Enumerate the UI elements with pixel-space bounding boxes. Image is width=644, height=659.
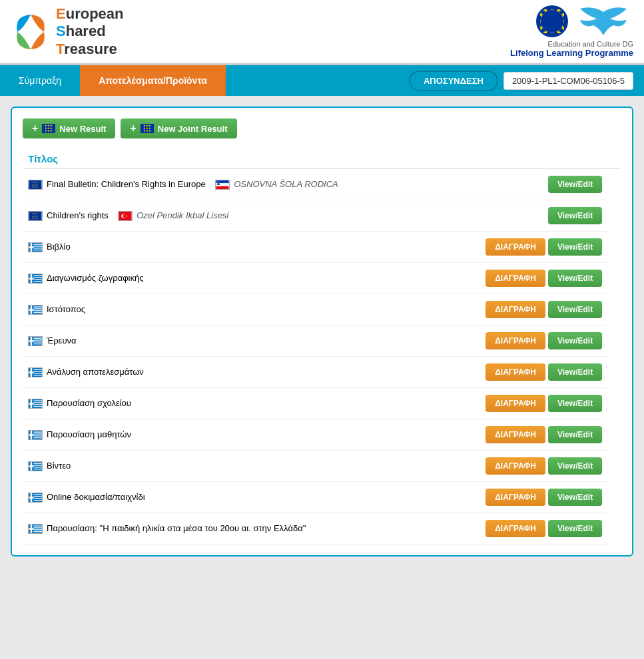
- header-right: Education and Culture DG Lifelong Learni…: [510, 5, 633, 58]
- result-action-cell: ΔΙΑΓΡΑΦΗView/Edit: [442, 388, 607, 419]
- svg-text:★★★: ★★★: [143, 129, 151, 132]
- delete-button[interactable]: ΔΙΑΓΡΑΦΗ: [485, 238, 545, 256]
- result-action-cell: ΔΙΑΓΡΑΦΗView/Edit: [442, 513, 607, 545]
- delete-button[interactable]: ΔΙΑΓΡΑΦΗ: [485, 520, 545, 537]
- greek-flag-icon: [28, 305, 43, 315]
- result-title: Online δοκιμασία/παιχνίδι: [47, 492, 145, 502]
- result-title: Βιβλίο: [47, 242, 71, 252]
- table-row: ΙστότοποςΔΙΑΓΡΑΦΗView/Edit: [23, 294, 621, 326]
- greek-flag-icon: [28, 274, 43, 284]
- result-title: Βίντεο: [47, 461, 71, 471]
- view-edit-button[interactable]: View/Edit: [548, 426, 602, 443]
- result-action-cell: ΔΙΑΓΡΑΦΗView/Edit: [442, 232, 607, 263]
- logo-text: European Shared Treasure: [56, 5, 123, 58]
- table-row: Ανάλυση αποτελεσμάτωνΔΙΑΓΡΑΦΗView/Edit: [23, 357, 621, 388]
- new-joint-result-button[interactable]: + ★★★ ★★★ ★★★ New Joint Result: [121, 118, 236, 138]
- greek-flag-icon: [28, 242, 43, 252]
- view-edit-button[interactable]: View/Edit: [548, 176, 602, 193]
- nav-item-[interactable]: Αποτελέσματα/Προϊόντα: [80, 65, 226, 96]
- result-action-cell: View/Edit: [442, 169, 607, 200]
- svg-text:★★★: ★★★: [33, 217, 39, 220]
- svg-rect-167: [31, 525, 33, 533]
- result-action-cell: ΔΙΑΓΡΑΦΗView/Edit: [442, 294, 607, 326]
- view-edit-button[interactable]: View/Edit: [548, 520, 602, 537]
- result-title: Παρουσίαση μαθητών: [47, 429, 131, 439]
- logo-leaf-icon: [11, 9, 51, 55]
- lifelong-text: Lifelong Learning Programme: [510, 48, 633, 58]
- result-title: Final Bulletin: Children's Rights in Eur…: [47, 179, 206, 189]
- view-edit-button[interactable]: View/Edit: [548, 238, 602, 256]
- svg-rect-63: [31, 274, 33, 283]
- table-row: Παρουσίαση: "Η παιδική ηλικία στα μέσα τ…: [23, 513, 621, 545]
- table-row: ΒιβλίοΔΙΑΓΡΑΦΗView/Edit: [23, 232, 621, 263]
- delete-button[interactable]: ΔΙΑΓΡΑΦΗ: [485, 301, 545, 318]
- table-row: Παρουσίαση μαθητώνΔΙΑΓΡΑΦΗView/Edit: [23, 419, 621, 451]
- result-title-cell: Παρουσίαση: "Η παιδική ηλικία στα μέσα τ…: [23, 513, 442, 545]
- view-edit-button[interactable]: View/Edit: [548, 363, 602, 381]
- table-row: Διαγωνισμός ζωγραφικήςΔΙΑΓΡΑΦΗView/Edit: [23, 263, 621, 294]
- result-title: Παρουσίαση: "Η παιδική ηλικία στα μέσα τ…: [47, 523, 306, 533]
- svg-rect-89: [31, 337, 33, 345]
- table-row: ★★★ ★★★ ★★★ Final Bulletin: Children's R…: [23, 169, 621, 200]
- result-title-cell: Παρουσίαση σχολείου: [23, 388, 442, 419]
- greek-flag-icon: [28, 367, 43, 377]
- table-row: ΈρευναΔΙΑΓΡΑΦΗView/Edit: [23, 326, 621, 357]
- view-edit-button[interactable]: View/Edit: [548, 332, 602, 349]
- logout-button[interactable]: ΑΠΟΣΥΝΔΕΣΗ: [409, 71, 498, 91]
- table-header-title: Τίτλος: [23, 149, 607, 169]
- view-edit-button[interactable]: View/Edit: [548, 395, 602, 412]
- app-header: European Shared Treasure: [0, 0, 644, 65]
- result-title-cell: ★★★ ★★★ ★★★ Children's rights Ozel Pendi…: [23, 200, 442, 232]
- table-row: ΒίντεοΔΙΑΓΡΑΦΗView/Edit: [23, 451, 621, 482]
- edu-culture-text: Education and Culture DG: [510, 40, 633, 48]
- nav-items: ΣύμπραξηΑποτελέσματα/Προϊόντα: [0, 65, 226, 96]
- navbar: ΣύμπραξηΑποτελέσματα/Προϊόντα ΑΠΟΣΥΝΔΕΣΗ…: [0, 65, 644, 96]
- view-edit-button[interactable]: View/Edit: [548, 301, 602, 318]
- joint-org: Ozel Pendik Ikbal Lisesi: [137, 210, 228, 220]
- result-title-cell: Διαγωνισμός ζωγραφικής: [23, 263, 442, 294]
- new-result-button[interactable]: + ★★★ ★★★ ★★★ New Result: [23, 118, 115, 138]
- toolbar: + ★★★ ★★★ ★★★ New Result + ★★★: [23, 118, 621, 138]
- view-edit-button[interactable]: View/Edit: [548, 270, 602, 287]
- delete-button[interactable]: ΔΙΑΓΡΑΦΗ: [485, 457, 545, 475]
- greek-flag-icon: [28, 493, 43, 503]
- svg-rect-115: [31, 399, 33, 408]
- result-action-cell: ΔΙΑΓΡΑΦΗView/Edit: [442, 451, 607, 482]
- result-action-cell: ΔΙΑΓΡΑΦΗView/Edit: [442, 482, 607, 513]
- edu-culture-logo-icon: [573, 5, 633, 39]
- eu-flag-icon: ★★★ ★★★ ★★★: [28, 211, 43, 221]
- result-title: Ιστότοπος: [47, 304, 85, 314]
- delete-button[interactable]: ΔΙΑΓΡΑΦΗ: [485, 332, 545, 349]
- result-title: Ανάλυση αποτελεσμάτων: [47, 367, 144, 377]
- view-edit-button[interactable]: View/Edit: [548, 207, 602, 224]
- result-title-cell: Ιστότοπος: [23, 294, 442, 326]
- table-row: ★★★ ★★★ ★★★ Children's rights Ozel Pendi…: [23, 200, 621, 232]
- result-action-cell: View/Edit: [442, 200, 607, 232]
- plus-icon: +: [32, 122, 38, 134]
- joint-org: OSNOVNA ŠOLA RODICA: [234, 179, 338, 189]
- results-table: Τίτλος ★★★ ★★★ ★★★ Final Bulletin: Child…: [23, 149, 621, 545]
- result-title: Έρευνα: [47, 335, 77, 345]
- delete-button[interactable]: ΔΙΑΓΡΑΦΗ: [485, 489, 545, 506]
- delete-button[interactable]: ΔΙΑΓΡΑΦΗ: [485, 270, 545, 287]
- svg-text:★★★: ★★★: [45, 129, 53, 132]
- result-title-cell: Online δοκιμασία/παιχνίδι: [23, 482, 442, 513]
- result-title-cell: Έρευνα: [23, 326, 442, 357]
- project-id: 2009-1-PL1-COM06-05106-5: [503, 72, 633, 90]
- new-result-flag-icon: ★★★ ★★★ ★★★: [42, 124, 55, 133]
- delete-button[interactable]: ΔΙΑΓΡΑΦΗ: [485, 395, 545, 412]
- turkish-flag-icon: [118, 211, 133, 221]
- svg-rect-28: [216, 186, 229, 189]
- delete-button[interactable]: ΔΙΑΓΡΑΦΗ: [485, 363, 545, 381]
- nav-item-[interactable]: Σύμπραξη: [0, 65, 80, 96]
- table-header-actions: [607, 149, 621, 169]
- view-edit-button[interactable]: View/Edit: [548, 489, 602, 506]
- svg-point-36: [123, 214, 127, 218]
- delete-button[interactable]: ΔΙΑΓΡΑΦΗ: [485, 426, 545, 443]
- content-box: + ★★★ ★★★ ★★★ New Result + ★★★: [11, 107, 633, 556]
- svg-point-0: [27, 29, 34, 35]
- view-edit-button[interactable]: View/Edit: [548, 457, 602, 475]
- result-title-cell: Ανάλυση αποτελεσμάτων: [23, 357, 442, 388]
- svg-text:★★★: ★★★: [33, 186, 39, 188]
- svg-point-1: [540, 9, 564, 33]
